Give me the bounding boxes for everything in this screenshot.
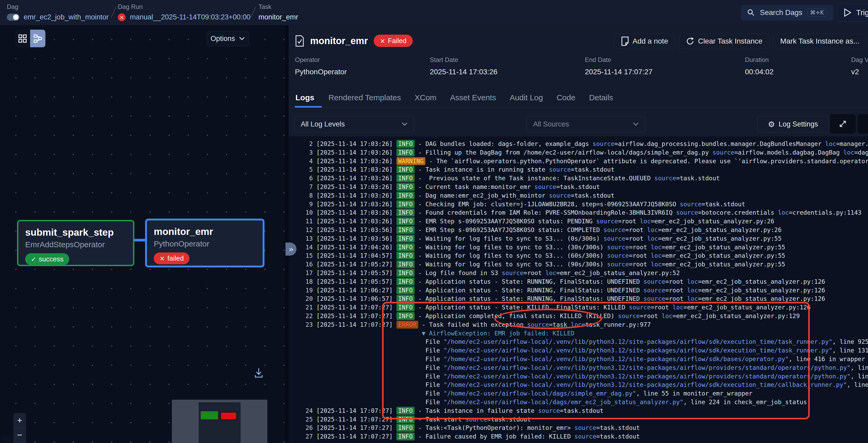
- breadcrumb-dagrun-link[interactable]: manual__2025-11-14T09:03:23+00:00: [130, 13, 251, 21]
- log-line: 15 [2025-11-14 17:04:57] INFO - Waiting …: [297, 252, 868, 260]
- meta-label: Operator: [295, 56, 347, 63]
- log-settings-button[interactable]: ⚙ Log Settings: [757, 116, 829, 132]
- minimap-success-node: [201, 411, 218, 419]
- zoom-in-button[interactable]: +: [13, 413, 26, 428]
- tab-logs[interactable]: Logs: [295, 88, 322, 107]
- tab-rendered-templates[interactable]: Rendered Templates: [322, 88, 408, 107]
- download-graph-icon[interactable]: [254, 368, 263, 378]
- log-line: File "/home/ec2-user/airflow-local/.venv…: [297, 363, 868, 372]
- log-line: 22 [2025-11-14 17:07:27] INFO - Applicat…: [297, 312, 868, 320]
- log-level-select[interactable]: All Log Levels: [294, 116, 414, 132]
- log-line: File "/home/ec2-user/airflow-local/.venv…: [297, 372, 868, 381]
- task-node-operator: EmrAddStepsOperator: [25, 240, 126, 249]
- task-node-title: submit_spark_step: [25, 227, 126, 238]
- add-note-button[interactable]: Add a note: [614, 34, 675, 49]
- tab-details[interactable]: Details: [582, 88, 620, 107]
- tab-audit-log[interactable]: Audit Log: [503, 88, 550, 107]
- meta-label: Start Date: [430, 56, 497, 63]
- task-node-monitor-emr[interactable]: monitor_emr PythonOperator × failed: [145, 218, 265, 267]
- dag-pause-toggle[interactable]: [7, 13, 20, 21]
- meta-duration: Duration 00:04:02: [745, 56, 774, 76]
- breadcrumb-separator: [111, 6, 116, 17]
- task-doc-icon: [295, 35, 304, 47]
- log-line: File "/home/ec2-user/airflow-local/dags/…: [297, 398, 868, 407]
- meta-label: Dag Version: [851, 56, 868, 63]
- log-source-select[interactable]: All Sources: [527, 116, 645, 132]
- top-bar: Dag emr_ec2_job_with_mointor Dag Run × m…: [0, 0, 868, 25]
- mark-task-instance-button[interactable]: Mark Task Instance as...: [773, 34, 866, 49]
- options-label: Options: [211, 35, 235, 43]
- log-line: 23 [2025-11-14 17:07:27] ERROR - Task fa…: [297, 320, 868, 329]
- search-icon: [747, 8, 755, 17]
- breadcrumb-dag-link[interactable]: emr_ec2_job_with_mointor: [24, 13, 108, 21]
- log-line: 21 [2025-11-14 17:07:27] INFO - Applicat…: [297, 303, 868, 312]
- log-line: 7 [2025-11-14 17:03:26] INFO - Current t…: [297, 183, 868, 191]
- meta-value: 2025-11-14 17:03:26: [430, 68, 497, 76]
- clear-task-instance-button[interactable]: Clear Task Instance: [679, 34, 769, 49]
- zoom-out-button[interactable]: −: [13, 428, 26, 442]
- minimap-viewport: [198, 402, 241, 443]
- log-line: ▼ AirflowException: EMR job failed: KILL…: [297, 329, 868, 338]
- task-actions: Add a note Clear Task Instance Mark Task…: [614, 34, 866, 49]
- search-dags-button[interactable]: Search Dags ⌘+K: [741, 5, 833, 21]
- graph-options-button[interactable]: Options: [207, 31, 249, 46]
- log-line: 16 [2025-11-14 17:05:27] INFO - Waiting …: [297, 260, 868, 269]
- zoom-controls: + −: [13, 413, 26, 443]
- trigger-dag-button[interactable]: Trigger: [837, 4, 868, 22]
- grid-icon: [18, 34, 27, 43]
- task-node-title: monitor_emr: [154, 226, 256, 237]
- panel-divider[interactable]: [285, 25, 289, 443]
- log-line: 8 [2025-11-14 17:03:26] INFO - Dag name:…: [297, 191, 868, 200]
- breadcrumb-dagrun-label: Dag Run: [118, 3, 143, 10]
- add-note-label: Add a note: [632, 37, 668, 46]
- task-instance-header: monitor_emr × Failed: [295, 35, 413, 47]
- meta-value: 00:04:02: [745, 68, 774, 76]
- grid-view-button[interactable]: [15, 30, 30, 47]
- meta-value: PythonOperator: [295, 68, 347, 76]
- expand-icon: [838, 119, 847, 128]
- task-state-badge: ✓ success: [25, 253, 69, 265]
- meta-value: 2025-11-14 17:07:27: [585, 68, 653, 76]
- tab-code[interactable]: Code: [550, 88, 582, 107]
- clear-task-instance-label: Clear Task Instance: [698, 37, 762, 46]
- tab-xcom[interactable]: XCom: [408, 88, 443, 107]
- log-line: 20 [2025-11-14 17:06:57] INFO - Applicat…: [297, 294, 868, 303]
- log-line: 19 [2025-11-14 17:06:27] INFO - Applicat…: [297, 286, 868, 295]
- download-logs-button[interactable]: [858, 114, 868, 134]
- log-line: File "/home/ec2-user/airflow-local/dags/…: [297, 389, 868, 398]
- search-shortcut-badge: ⌘+K: [807, 8, 827, 17]
- fullscreen-button[interactable]: [830, 114, 856, 134]
- log-line: 9 [2025-11-14 17:03:26] INFO - Checking …: [297, 200, 868, 209]
- log-line: 13 [2025-11-14 17:03:56] INFO - Waiting …: [297, 234, 868, 243]
- meta-label: Duration: [745, 56, 774, 63]
- log-line: 24 [2025-11-14 17:07:27] INFO - Task ins…: [297, 407, 868, 415]
- graph-minimap[interactable]: [172, 400, 268, 443]
- dag-graph-panel: Options submit_spark_step EmrAddStepsOpe…: [0, 25, 285, 443]
- log-settings-label: Log Settings: [778, 120, 818, 128]
- log-line: 27 [2025-11-14 17:07:27] INFO - Failure …: [297, 432, 868, 441]
- log-line: 3 [2025-11-14 17:03:26] INFO - Filling u…: [297, 148, 868, 157]
- tab-asset-events[interactable]: Asset Events: [443, 88, 503, 107]
- refresh-icon: [686, 37, 694, 46]
- log-line: File "/home/ec2-user/airflow-local/.venv…: [297, 346, 868, 355]
- chevron-down-icon: [633, 122, 639, 126]
- graph-view-button[interactable]: [30, 30, 45, 47]
- breadcrumb-dag: emr_ec2_job_with_mointor: [7, 13, 108, 21]
- task-node-submit-spark-step[interactable]: submit_spark_step EmrAddStepsOperator ✓ …: [17, 220, 134, 266]
- gear-icon: ⚙: [768, 120, 775, 129]
- search-dags-label: Search Dags: [760, 8, 802, 17]
- log-viewer[interactable]: 2 [2025-11-14 17:03:26] INFO - DAG bundl…: [289, 137, 868, 443]
- task-state-badge: × failed: [154, 253, 189, 264]
- breadcrumb-task-label: Task: [258, 3, 271, 10]
- chevron-down-icon: [402, 122, 407, 126]
- log-source-value: All Sources: [533, 120, 569, 128]
- meta-operator: Operator PythonOperator: [295, 56, 347, 76]
- note-icon: [621, 36, 629, 46]
- dagrun-failed-icon: ×: [118, 13, 126, 21]
- x-icon: ×: [159, 255, 165, 262]
- task-edge: [134, 239, 146, 241]
- log-line: 11 [2025-11-14 17:03:26] INFO - EMR Step…: [297, 217, 868, 226]
- log-line: 2 [2025-11-14 17:03:26] INFO - DAG bundl…: [297, 140, 868, 148]
- log-line: 5 [2025-11-14 17:03:26] INFO - Task inst…: [297, 165, 868, 174]
- task-status-badge: × Failed: [374, 35, 413, 47]
